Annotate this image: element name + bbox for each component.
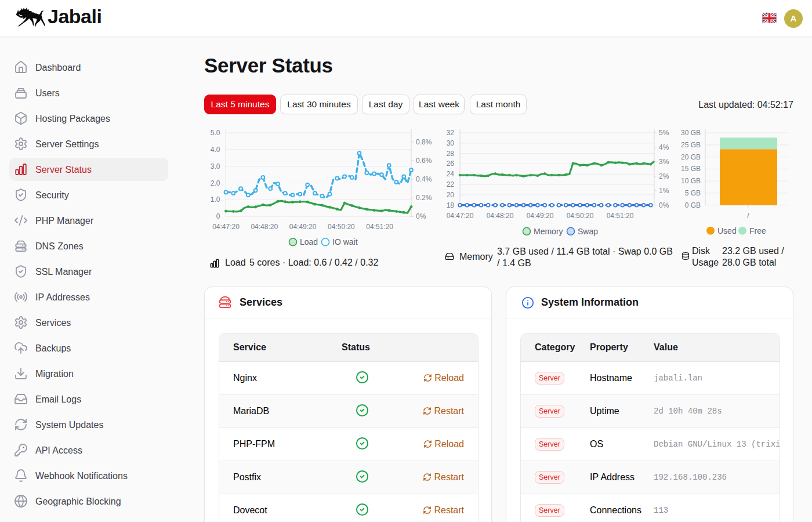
svg-text:30 GB: 30 GB [681,129,701,137]
svg-text:04:50:20: 04:50:20 [567,212,594,220]
svg-text:04:48:20: 04:48:20 [487,212,514,220]
svg-text:04:47:20: 04:47:20 [212,223,240,231]
svg-text:4.0: 4.0 [211,146,220,154]
svg-text:Swap: Swap [578,227,598,236]
svg-text:32: 32 [447,129,455,137]
svg-text:20 GB: 20 GB [681,153,701,161]
svg-text:04:49:20: 04:49:20 [289,223,317,231]
svg-text:20: 20 [447,191,455,199]
svg-text:28: 28 [447,150,455,158]
svg-text:3%: 3% [659,158,669,166]
svg-text:4%: 4% [659,143,669,151]
svg-text:1%: 1% [659,187,669,195]
svg-text:Load: Load [300,237,318,246]
svg-text:Used: Used [717,226,737,235]
svg-text:04:51:20: 04:51:20 [607,212,634,220]
svg-text:0%: 0% [416,212,426,220]
svg-text:IO wait: IO wait [332,237,358,246]
svg-text:0: 0 [216,212,220,220]
svg-text:04:48:20: 04:48:20 [251,223,278,231]
svg-text:Free: Free [749,226,766,235]
svg-text:25 GB: 25 GB [681,141,701,149]
svg-text:0.4%: 0.4% [416,175,432,183]
svg-text:18: 18 [447,201,455,209]
svg-text:10 GB: 10 GB [681,177,701,185]
svg-text:2.0: 2.0 [211,179,220,187]
svg-text:15 GB: 15 GB [681,165,701,173]
svg-text:5.0: 5.0 [211,129,220,137]
svg-text:04:49:20: 04:49:20 [527,212,554,220]
svg-text:3.0: 3.0 [211,162,220,171]
svg-text:Memory: Memory [534,227,563,236]
svg-text:0.6%: 0.6% [416,157,432,165]
svg-text:0%: 0% [659,201,669,209]
svg-text:/: / [747,212,749,220]
svg-text:2%: 2% [659,172,669,180]
svg-text:26: 26 [447,160,455,168]
svg-text:04:47:20: 04:47:20 [447,212,474,220]
svg-text:22: 22 [447,180,455,188]
svg-text:0 GB: 0 GB [685,201,701,209]
svg-text:5 GB: 5 GB [685,189,701,197]
svg-text:0.2%: 0.2% [416,194,432,202]
svg-text:0.8%: 0.8% [416,138,432,146]
svg-text:24: 24 [447,170,455,178]
svg-text:5%: 5% [659,129,669,137]
svg-text:04:51:20: 04:51:20 [366,223,393,231]
svg-text:1.0: 1.0 [211,195,220,204]
svg-text:04:50:20: 04:50:20 [328,223,355,231]
svg-text:30: 30 [447,139,455,147]
